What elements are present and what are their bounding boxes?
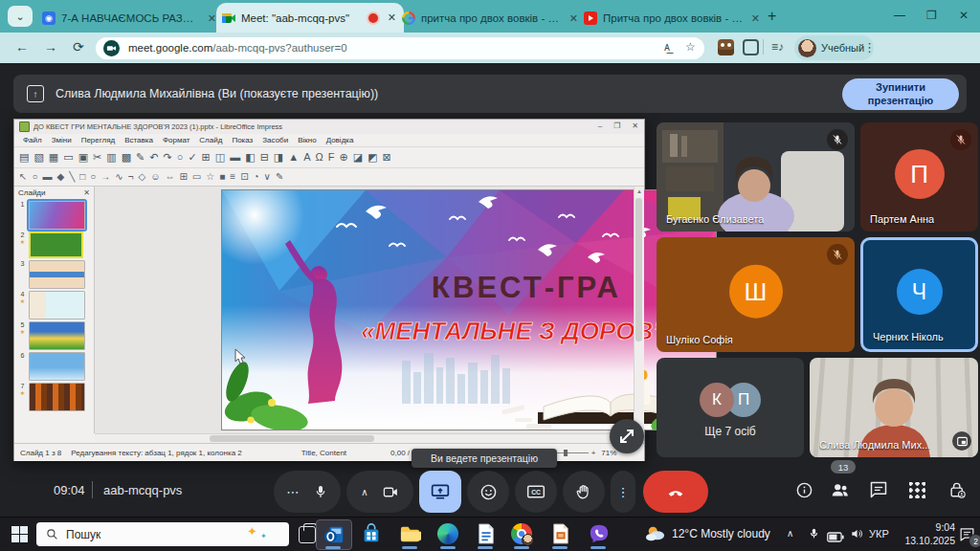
copy-icon[interactable]: ▥: [106, 152, 116, 163]
slide-thumb-image[interactable]: [29, 201, 85, 230]
participant-tile-bugaenko[interactable]: Бугаєнко Єлизавета: [657, 122, 855, 231]
taskbar-edge[interactable]: [431, 519, 465, 548]
camera-control[interactable]: ∧: [346, 471, 413, 513]
impress-titlebar[interactable]: ДО КВЕСТ ГРИ МЕНТАЛЬНЕ ЗДОРОВ'Я 2023 (1)…: [14, 120, 644, 134]
slide-thumb-image[interactable]: [29, 291, 85, 320]
new-tab-button[interactable]: +: [768, 8, 776, 25]
participant-tile-shuliko[interactable]: Ш Шуліко Софія: [657, 237, 855, 352]
flowchart-icon[interactable]: ⊞: [179, 172, 187, 182]
star-shape-icon[interactable]: ☆: [206, 172, 214, 182]
weather-text[interactable]: 12°C Mostly cloudy: [672, 527, 770, 540]
tray-clock[interactable]: 9:04 13.10.2025: [898, 521, 955, 547]
close-panel-icon[interactable]: ✕: [83, 188, 90, 197]
taskbar-viber[interactable]: [582, 519, 616, 548]
mic-options-icon[interactable]: ⋯: [286, 485, 300, 499]
align-icon[interactable]: ≡: [230, 172, 235, 182]
extension-icon[interactable]: [718, 39, 734, 55]
minimize-window-icon[interactable]: —: [894, 9, 905, 22]
object-3d-icon[interactable]: ■: [219, 172, 225, 182]
zoom-handle[interactable]: [564, 450, 568, 456]
restore-icon[interactable]: ❐: [613, 121, 620, 130]
slide-thumb-image[interactable]: [29, 352, 85, 381]
tab-youtube[interactable]: Притча про двох вовків - You... ✕: [578, 4, 768, 33]
translate-icon[interactable]: ᴀ̲: [664, 40, 670, 54]
menu-item-7[interactable]: Засоби: [258, 136, 292, 144]
self-view-tile[interactable]: Слива Людмила Мих...: [810, 358, 978, 457]
participant-tile-partem[interactable]: П Партем Анна: [860, 122, 978, 231]
reactions-button[interactable]: [467, 471, 509, 513]
cut-icon[interactable]: ✂: [93, 152, 101, 163]
mic-control[interactable]: ⋯: [274, 471, 341, 513]
back-icon[interactable]: ←: [15, 39, 29, 55]
host-controls-button[interactable]: [946, 478, 969, 501]
fullscreen-button[interactable]: [610, 419, 644, 453]
connector-icon[interactable]: ¬: [128, 172, 134, 182]
ellipse-icon[interactable]: ○: [90, 172, 96, 182]
gallery-icon[interactable]: ◪: [353, 152, 363, 163]
callout-icon[interactable]: ▭: [192, 172, 201, 182]
chat-button[interactable]: [867, 478, 890, 501]
clone-formatting-icon[interactable]: ✎: [136, 152, 145, 163]
spelling-icon[interactable]: ✓: [188, 152, 196, 163]
menu-item-0[interactable]: Файл: [19, 136, 46, 144]
find-replace-icon[interactable]: ○: [177, 152, 184, 163]
scroll-up-icon[interactable]: ▲: [636, 188, 642, 194]
task-view-icon[interactable]: [299, 526, 316, 543]
rotate-icon[interactable]: ◔: [254, 172, 259, 182]
slide-layout-icon[interactable]: ▬: [230, 152, 240, 163]
tab-search-button[interactable]: ⌄: [8, 6, 33, 27]
redo-icon[interactable]: ↷: [164, 152, 172, 163]
captions-button[interactable]: CC: [515, 471, 557, 513]
media-controls-icon[interactable]: ≡♪: [771, 40, 784, 54]
minimize-icon[interactable]: –: [598, 121, 602, 130]
slide-thumbnail-6[interactable]: 6: [18, 352, 92, 381]
master-slide-icon[interactable]: ◧: [245, 152, 255, 163]
camera-options-icon[interactable]: ∧: [361, 487, 368, 497]
new-icon[interactable]: ▤: [19, 152, 29, 163]
browser-menu-icon[interactable]: ⋮: [863, 40, 876, 55]
line-color-icon[interactable]: ▬: [42, 172, 52, 182]
special-character-icon[interactable]: Ω: [315, 152, 323, 163]
arrange-icon[interactable]: ⊡: [240, 172, 248, 182]
participant-tile-chernykh[interactable]: Ч Черних Ніколь: [860, 237, 978, 352]
picture-in-picture-icon[interactable]: [952, 431, 971, 451]
arrow-icon[interactable]: →: [100, 172, 110, 182]
menu-item-4[interactable]: Формат: [159, 136, 193, 144]
reload-icon[interactable]: ⟳: [73, 39, 84, 55]
taskbar-chrome[interactable]: [504, 519, 539, 548]
raise-hand-button[interactable]: [563, 471, 605, 513]
navigator-icon[interactable]: ◩: [368, 152, 377, 163]
activities-button[interactable]: [905, 478, 928, 501]
vertical-scrollbar[interactable]: ▲ ▼: [634, 187, 644, 433]
slide-title[interactable]: КВЕСТ-ГРА: [432, 271, 621, 304]
slide-thumbnail-7[interactable]: 7★: [18, 383, 92, 411]
menu-item-1[interactable]: Зміни: [48, 136, 76, 144]
maximize-window-icon[interactable]: ❐: [926, 9, 937, 22]
mic-icon[interactable]: [313, 484, 328, 499]
fill-color-icon[interactable]: ◆: [56, 172, 64, 182]
status-zoom-value[interactable]: 71%: [601, 449, 616, 457]
slide-thumb-image[interactable]: [29, 383, 85, 411]
slide-thumbnail-1[interactable]: 1: [18, 201, 92, 230]
slide-thumbnail-2[interactable]: 2★: [18, 231, 92, 258]
stop-presenting-button[interactable]: Зупинити презентацію: [842, 78, 959, 110]
tab-meet[interactable]: Meet: "aab-mcqq-pvs" ✕: [216, 3, 404, 33]
undo-icon[interactable]: ↶: [149, 152, 158, 163]
block-arrows-icon[interactable]: ⇔: [165, 172, 174, 182]
display-view-icon[interactable]: ◫: [215, 152, 225, 163]
slide-thumb-image[interactable]: [29, 231, 83, 258]
meeting-details-button[interactable]: [792, 478, 815, 501]
menu-item-8[interactable]: Вікно: [294, 136, 320, 144]
basic-shapes-icon[interactable]: ◇: [139, 172, 146, 182]
taskbar-store[interactable]: [354, 519, 389, 548]
menu-item-5[interactable]: Слайд: [195, 136, 226, 144]
slide-thumb-image[interactable]: [29, 321, 85, 350]
close-window-icon[interactable]: ✕: [959, 9, 969, 22]
zoom-icon[interactable]: ○: [32, 172, 37, 182]
weather-icon[interactable]: [645, 524, 666, 547]
tab-google-search[interactable]: притча про двох вовків - Пош... ✕: [396, 4, 586, 33]
tray-chevron-icon[interactable]: ∧: [787, 528, 793, 539]
profile-chip[interactable]: Учебный: [794, 35, 874, 60]
rectangle-icon[interactable]: □: [79, 172, 85, 182]
glue-points-icon[interactable]: ✎: [276, 172, 283, 182]
